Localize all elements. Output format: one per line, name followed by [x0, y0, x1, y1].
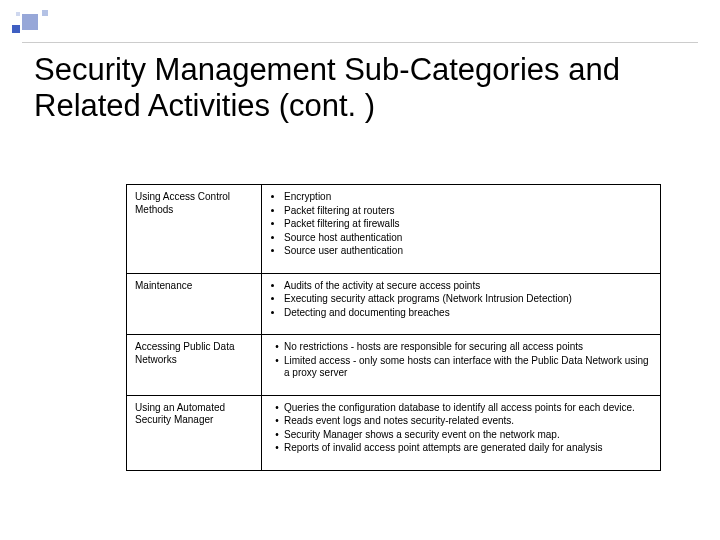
list-item: Source user authentication	[284, 245, 652, 258]
activities-cell: •No restrictions - hosts are responsible…	[262, 335, 661, 396]
activities-cell: •Queries the configuration database to i…	[262, 395, 661, 470]
content-table: Using Access Control Methods Encryption …	[126, 184, 661, 471]
category-cell: Accessing Public Data Networks	[127, 335, 262, 396]
activities-cell: Encryption Packet filtering at routers P…	[262, 185, 661, 274]
list-item: Packet filtering at firewalls	[284, 218, 652, 231]
list-item: Source host authentication	[284, 232, 652, 245]
list-item: Reports of invalid access point attempts…	[284, 442, 652, 455]
list-item: Audits of the activity at secure access …	[284, 280, 652, 293]
list-item: Detecting and documenting breaches	[284, 307, 652, 320]
list-item: Security Manager shows a security event …	[284, 429, 652, 442]
list-item: Executing security attack programs (Netw…	[284, 293, 652, 306]
category-cell: Using an Automated Security Manager	[127, 395, 262, 470]
table-row: Using Access Control Methods Encryption …	[127, 185, 661, 274]
category-cell: Maintenance	[127, 273, 262, 335]
table-row: Maintenance Audits of the activity at se…	[127, 273, 661, 335]
table-row: Accessing Public Data Networks •No restr…	[127, 335, 661, 396]
list-item: Reads event logs and notes security-rela…	[284, 415, 652, 428]
activities-cell: Audits of the activity at secure access …	[262, 273, 661, 335]
list-item: Packet filtering at routers	[284, 205, 652, 218]
slide: Security Management Sub-Categories and R…	[0, 0, 720, 540]
list-item: No restrictions - hosts are responsible …	[284, 341, 652, 354]
list-item: Queries the configuration database to id…	[284, 402, 652, 415]
corner-decoration	[12, 10, 72, 46]
list-item: Limited access - only some hosts can int…	[284, 355, 652, 380]
slide-title: Security Management Sub-Categories and R…	[34, 52, 720, 123]
category-cell: Using Access Control Methods	[127, 185, 262, 274]
horizontal-rule	[22, 42, 698, 43]
content-table-wrap: Using Access Control Methods Encryption …	[126, 184, 661, 471]
table-row: Using an Automated Security Manager •Que…	[127, 395, 661, 470]
list-item: Encryption	[284, 191, 652, 204]
